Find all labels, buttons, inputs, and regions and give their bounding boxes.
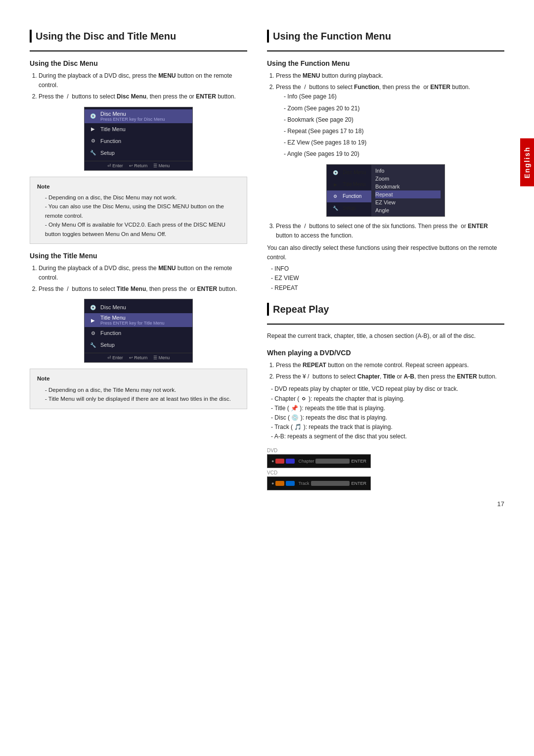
function-menu-screen: 💿 Disc Menu ▶ Title Menu ⚙ Function 🔧 Se… (326, 164, 445, 217)
english-tab: English (520, 139, 534, 187)
function-step-2: Press the / buttons to select Function, … (276, 83, 504, 159)
disc-menu-step-2: Press the / buttons to select Disc Menu,… (39, 92, 247, 101)
dvd-vcd-subtitle: When playing a DVD/VCD (267, 349, 504, 357)
function-direct-text: You can also directly select these funct… (267, 243, 504, 262)
function-step-3: Press the / buttons to select one of the… (276, 222, 504, 240)
title-icon2: ▶ (89, 316, 97, 325)
disc-menu-subtitle: Using the Disc Menu (30, 59, 247, 67)
repeat-step-2: Press the ¥ / buttons to select Chapter,… (276, 372, 504, 381)
vcd-label: VCD (267, 470, 504, 475)
function-icon2: ⚙ (89, 329, 97, 337)
disc-menu-section: Using the Disc Menu During the playback … (30, 59, 247, 244)
disc-menu-note: Note Depending on a disc, the Disc Menu … (30, 177, 247, 244)
disc-segment (275, 481, 284, 486)
title-menu-note: Note Depending on a disc, the Title Menu… (30, 369, 247, 409)
function-menu-left: 💿 Disc Menu ▶ Title Menu ⚙ Function 🔧 Se… (327, 165, 371, 216)
chapter-segment (275, 459, 284, 464)
title-menu-item-title: ▶ Title Menu Press ENTER key for Title M… (85, 313, 192, 327)
progress-bar (315, 459, 350, 464)
title-menu-screen: 💿 Disc Menu ▶ Title Menu Press ENTER key… (84, 299, 193, 363)
repeat-play-steps: Press the REPEAT button on the remote co… (267, 361, 504, 381)
repeat-bullets: DVD repeats play by chapter or title, VC… (267, 384, 504, 441)
repeat-play-intro: Repeat the current track, chapter, title… (267, 331, 504, 341)
repeat-play-title: Repeat Play (267, 303, 504, 316)
disc-menu-item-setup: 🔧 Setup (85, 147, 192, 159)
dvd-display-area: DVD ● Chapter ENTER VCD ● Track ENTER (267, 448, 504, 490)
title-menu-screen-body: 💿 Disc Menu ▶ Title Menu Press ENTER key… (85, 299, 192, 353)
repeat-step-1: Press the REPEAT button on the remote co… (276, 361, 504, 370)
left-column: Using the Disc and Title Menu Using the … (30, 30, 247, 726)
disc-menu-item-function: ⚙ Function (85, 135, 192, 147)
title-menu-steps: During the playback of a DVD disc, press… (30, 264, 247, 294)
title-menu-step-1: During the playback of a DVD disc, press… (39, 264, 247, 283)
vcd-progress-bar (311, 481, 350, 486)
disc-menu-item-disc: 💿 Disc Menu Press ENTER key for Disc Men… (85, 109, 192, 123)
fml-setup-icon: 🔧 (331, 204, 340, 213)
disc-icon: 💿 (89, 112, 97, 121)
title-menu-item-function: ⚙ Function (85, 327, 192, 339)
dvd-repeat-bar: ● Chapter ENTER (267, 454, 371, 468)
fml-func-icon: ⚙ (331, 192, 340, 201)
fml-title-icon: ▶ (331, 180, 340, 189)
title-menu-section: Using the Title Menu During the playback… (30, 252, 247, 409)
disc-menu-screen-body: 💿 Disc Menu Press ENTER key for Disc Men… (85, 107, 192, 161)
function-menu-section: Using the Function Menu Press the MENU b… (267, 59, 504, 293)
function-menu-title: Using the Function Menu (267, 30, 504, 43)
function-step-1: Press the MENU button during playback. (276, 71, 504, 81)
disc-menu-item-title: ▶ Title Menu (85, 123, 192, 135)
main-title: Using the Disc and Title Menu (30, 30, 247, 43)
page-number: 17 (267, 500, 504, 508)
title-menu-footer: ⏎ Enter ↩ Return ☰ Menu (85, 353, 192, 362)
title-menu-subtitle: Using the Title Menu (30, 252, 247, 260)
repeat-play-section: Repeat Play Repeat the current track, ch… (267, 303, 504, 490)
title-menu-step-2: Press the / buttons to select Title Menu… (39, 284, 247, 294)
disc-menu-steps: During the playback of a DVD disc, press… (30, 71, 247, 102)
setup-icon2: 🔧 (89, 340, 97, 349)
dvd-label: DVD (267, 448, 504, 453)
fml-disc-icon: 💿 (331, 168, 340, 177)
vcd-repeat-bar: ● Track ENTER (267, 476, 371, 490)
remote-buttons-list: INFO EZ VIEW REPEAT (267, 264, 504, 293)
disc-menu-footer: ⏎ Enter ↩ Return ☰ Menu (85, 161, 192, 170)
title-menu-item-setup: 🔧 Setup (85, 339, 192, 351)
function-menu-subtitle: Using the Function Menu (267, 59, 504, 67)
right-column: Using the Function Menu Using the Functi… (267, 30, 504, 726)
title-segment (286, 459, 295, 464)
function-menu-steps: Press the MENU button during playback. P… (267, 71, 504, 159)
disc-menu-step-1: During the playback of a DVD disc, press… (39, 71, 247, 90)
setup-icon: 🔧 (89, 148, 97, 157)
disc-icon2: 💿 (89, 303, 97, 312)
function-icon: ⚙ (89, 137, 97, 145)
page-container: Using the Disc and Title Menu Using the … (0, 0, 534, 756)
title-icon: ▶ (89, 125, 97, 134)
title-menu-item-disc: 💿 Disc Menu (85, 301, 192, 313)
function-menu-right: Info Zoom Bookmark Repeat EZ View Angle (371, 165, 445, 216)
disc-menu-screen: 💿 Disc Menu Press ENTER key for Disc Men… (84, 107, 193, 171)
track-segment (286, 481, 295, 486)
